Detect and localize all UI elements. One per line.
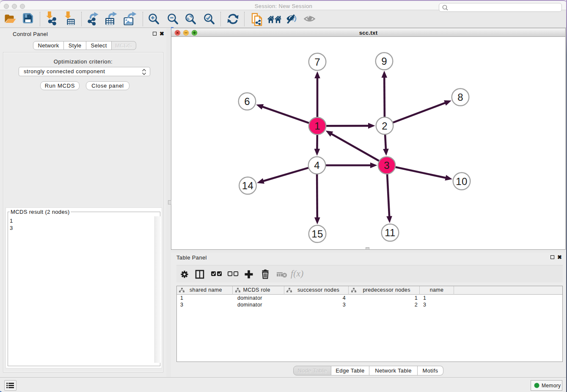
svg-text:6: 6 [244,96,250,107]
svg-text:9: 9 [381,55,387,67]
svg-text:4: 4 [314,160,320,171]
svg-text:11: 11 [385,227,396,238]
svg-text:14: 14 [242,180,253,191]
svg-text:8: 8 [457,91,463,103]
svg-text:1: 1 [314,120,320,132]
svg-text:7: 7 [314,56,320,68]
svg-text:15: 15 [311,228,323,240]
svg-text:2: 2 [382,120,388,132]
svg-text:3: 3 [384,160,390,171]
svg-text:10: 10 [456,176,467,187]
